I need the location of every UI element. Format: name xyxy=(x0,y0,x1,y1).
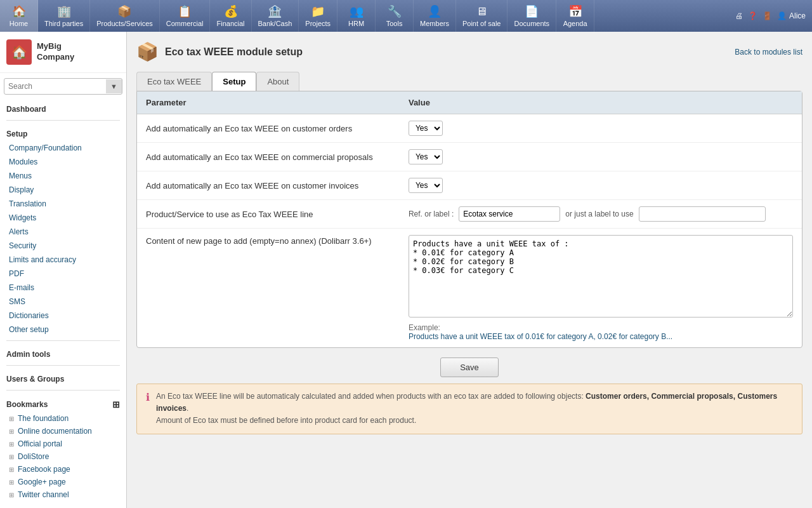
nav-products[interactable]: 📦 Products/Services xyxy=(90,0,160,32)
bookmark-twitter[interactable]: ⊞ Twitter channel xyxy=(0,488,126,501)
agenda-icon: 📅 xyxy=(568,4,582,18)
members-icon: 👤 xyxy=(428,4,442,18)
save-button[interactable]: Save xyxy=(440,358,499,377)
projects-icon: 📁 xyxy=(311,4,325,18)
bookmark-icon-4: ⊞ xyxy=(9,453,14,460)
tools-icon: 🔧 xyxy=(388,4,402,18)
bookmarks-icon[interactable]: ⊞ xyxy=(112,399,120,410)
sidebar-item-translation[interactable]: Translation xyxy=(0,197,126,211)
info-box-content: An Eco tax WEEE line will be automatical… xyxy=(156,391,793,427)
company-logo[interactable]: 🏠 MyBig Company xyxy=(0,32,126,73)
bookmark-facebook[interactable]: ⊞ Facebook page xyxy=(0,463,126,476)
search-button[interactable]: ▼ xyxy=(106,79,122,93)
bookmark-google[interactable]: ⊞ Google+ page xyxy=(0,476,126,488)
setup-section-header: Setup xyxy=(0,124,126,141)
print-button[interactable]: 🖨 xyxy=(735,11,743,20)
pos-icon: 🖥 xyxy=(476,5,487,18)
ref-value-input[interactable] xyxy=(459,206,560,222)
dashboard-section-header: Dashboard xyxy=(0,100,126,116)
bookmark-icon-6: ⊞ xyxy=(9,479,14,486)
param-value-3: Yes No xyxy=(400,171,802,200)
hrm-icon: 👥 xyxy=(350,4,363,18)
help-button[interactable]: ❓ xyxy=(748,11,757,20)
user-display: 👤 Alice xyxy=(777,11,806,20)
ref-label-text: Ref. or label : xyxy=(409,210,454,218)
sidebar-item-dictionaries[interactable]: Dictionaries xyxy=(0,309,126,323)
nav-members[interactable]: 👤 Members xyxy=(414,0,456,32)
nav-pos[interactable]: 🖥 Point of sale xyxy=(456,0,508,32)
sidebar-item-modules[interactable]: Modules xyxy=(0,155,126,169)
tab-setup[interactable]: Setup xyxy=(212,72,256,91)
search-bar[interactable]: ▼ xyxy=(4,78,122,95)
third-parties-icon: 🏢 xyxy=(57,4,71,18)
settings-table: Parameter Value Add automatically an Eco… xyxy=(137,91,802,347)
financial-icon: 💰 xyxy=(224,4,238,18)
param-value-4: Ref. or label : or just a label to use xyxy=(400,200,802,229)
select-customer-invoices[interactable]: Yes No xyxy=(409,178,443,193)
nav-third-parties[interactable]: 🏢 Third parties xyxy=(38,0,90,32)
company-icon: 🏠 xyxy=(6,39,32,65)
back-to-modules-link[interactable]: Back to modules list xyxy=(735,48,802,57)
sidebar-item-sms[interactable]: SMS xyxy=(0,295,126,309)
label-value-input[interactable] xyxy=(639,206,766,222)
top-navigation: 🏠 Home 🏢 Third parties 📦 Products/Servic… xyxy=(0,0,812,32)
nav-hrm[interactable]: 👥 HRM xyxy=(337,0,376,32)
page-header: 📦 Eco tax WEEE module setup Back to modu… xyxy=(136,41,802,62)
nav-financial[interactable]: 💰 Financial xyxy=(210,0,251,32)
nav-documents[interactable]: 📄 Documents xyxy=(508,0,556,32)
search-input[interactable] xyxy=(4,79,106,94)
sidebar-item-security[interactable]: Security xyxy=(0,239,126,253)
nav-bank[interactable]: 🏦 Bank/Cash xyxy=(252,0,299,32)
example-text: Example: Products have a unit WEEE tax o… xyxy=(409,323,793,341)
commercial-icon: 📋 xyxy=(178,4,192,18)
bookmark-icon-5: ⊞ xyxy=(9,466,14,473)
info-icon: ℹ xyxy=(146,391,150,403)
bookmark-foundation[interactable]: ⊞ The foundation xyxy=(0,412,126,425)
table-row-content: Content of new page to add (empty=no ann… xyxy=(137,229,802,348)
sidebar: 🏠 MyBig Company ▼ Dashboard Setup Compan… xyxy=(0,32,127,508)
col-value: Value xyxy=(400,91,802,114)
section-divider-1 xyxy=(6,120,120,121)
bookmark-icon-1: ⊞ xyxy=(9,415,14,422)
users-groups-section-header: Users & Groups xyxy=(0,370,126,386)
sidebar-item-emails[interactable]: E-mails xyxy=(0,281,126,295)
param-value-1: Yes No xyxy=(400,114,802,143)
tab-about[interactable]: About xyxy=(256,72,299,91)
bookmark-portal[interactable]: ⊞ Official portal xyxy=(0,438,126,450)
bookmark-icon-3: ⊞ xyxy=(9,441,14,448)
sidebar-item-widgets[interactable]: Widgets xyxy=(0,211,126,225)
tab-eco-tax-weee[interactable]: Eco tax WEEE xyxy=(136,72,212,91)
settings-card: Parameter Value Add automatically an Eco… xyxy=(136,91,802,348)
bookmark-docs[interactable]: ⊞ Online documentation xyxy=(0,425,126,438)
param-label-3: Add automatically an Eco tax WEEE on cus… xyxy=(137,171,400,200)
company-name: MyBig Company xyxy=(37,41,74,63)
sidebar-item-menus[interactable]: Menus xyxy=(0,169,126,183)
sidebar-item-other-setup[interactable]: Other setup xyxy=(0,323,126,337)
nav-projects[interactable]: 📁 Projects xyxy=(299,0,337,32)
sidebar-item-display[interactable]: Display xyxy=(0,183,126,197)
ref-label-group: Ref. or label : or just a label to use xyxy=(409,206,793,222)
section-divider-4 xyxy=(6,390,120,391)
nav-tools[interactable]: 🔧 Tools xyxy=(376,0,414,32)
logout-button[interactable]: 🚪 xyxy=(763,11,772,20)
nav-commercial[interactable]: 📋 Commercial xyxy=(160,0,211,32)
page-title: Eco tax WEEE module setup xyxy=(165,46,303,58)
sidebar-item-alerts[interactable]: Alerts xyxy=(0,225,126,239)
content-textarea[interactable]: Products have a unit WEEE tax of : * 0.0… xyxy=(409,235,793,318)
products-icon: 📦 xyxy=(117,4,131,18)
home-icon: 🏠 xyxy=(12,4,26,18)
select-customer-orders[interactable]: Yes No xyxy=(409,121,443,136)
sidebar-item-limits[interactable]: Limits and accuracy xyxy=(0,253,126,267)
sidebar-item-company[interactable]: Company/Foundation xyxy=(0,141,126,155)
sidebar-item-pdf[interactable]: PDF xyxy=(0,267,126,281)
documents-icon: 📄 xyxy=(525,4,539,18)
bookmark-dolistore[interactable]: ⊞ DoliStore xyxy=(0,450,126,463)
table-row: Add automatically an Eco tax WEEE on cus… xyxy=(137,171,802,200)
nav-home[interactable]: 🏠 Home xyxy=(0,0,38,32)
nav-right-area: 🖨 ❓ 🚪 👤 Alice xyxy=(729,0,812,32)
content-param-label: Content of new page to add (empty=no ann… xyxy=(137,229,400,348)
nav-agenda[interactable]: 📅 Agenda xyxy=(556,0,594,32)
table-row: Product/Service to use as Eco Tax WEEE l… xyxy=(137,200,802,229)
tab-bar: Eco tax WEEE Setup About xyxy=(136,72,802,91)
select-commercial-proposals[interactable]: Yes No xyxy=(409,149,443,164)
